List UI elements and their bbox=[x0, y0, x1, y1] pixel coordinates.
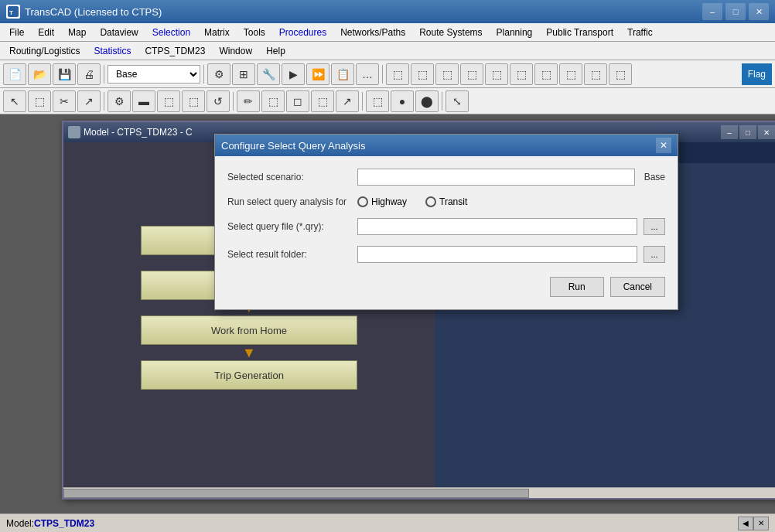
model-scrollbar[interactable] bbox=[63, 487, 775, 498]
menu-tools[interactable]: Tools bbox=[237, 26, 271, 39]
menu-planning[interactable]: Planning bbox=[490, 26, 539, 39]
toolbar-1: 📄 📂 💾 🖨 Base ⚙ ⊞ 🔧 ▶ ⏩ 📋 … ⬚ ⬚ ⬚ ⬚ ⬚ ⬚ ⬚… bbox=[0, 60, 775, 88]
tool2-btn-9[interactable]: ↺ bbox=[207, 90, 230, 112]
scenario-dropdown[interactable]: Base bbox=[108, 65, 200, 84]
run-button[interactable]: Run bbox=[550, 277, 604, 297]
tool2-btn-11[interactable]: ⬚ bbox=[261, 90, 285, 112]
tool-btn-3[interactable]: 🔧 bbox=[257, 63, 280, 85]
tool-btn-15[interactable]: ⬚ bbox=[609, 63, 632, 85]
tool-btn-9[interactable]: ⬚ bbox=[460, 63, 483, 85]
flag-button[interactable]: Flag bbox=[742, 63, 772, 85]
model-minimize[interactable]: – bbox=[721, 125, 738, 139]
query-file-input[interactable] bbox=[357, 218, 637, 235]
tool2-btn-12[interactable]: ◻ bbox=[286, 90, 309, 112]
svg-text:T: T bbox=[9, 9, 13, 16]
tool-btn-4[interactable]: 📋 bbox=[331, 63, 354, 85]
menu-map[interactable]: Map bbox=[62, 26, 92, 39]
tool2-btn-4[interactable]: ↗ bbox=[77, 90, 101, 112]
analysis-row: Run select query analysis for Highway Tr… bbox=[227, 196, 665, 207]
menu-dataview[interactable]: Dataview bbox=[94, 26, 144, 39]
model-controls: – □ ✕ bbox=[721, 125, 775, 139]
result-folder-label: Select result folder: bbox=[227, 249, 351, 260]
tool-btn-6[interactable]: ⬚ bbox=[386, 63, 409, 85]
separator-5 bbox=[233, 92, 234, 111]
model-label: Model: bbox=[6, 518, 34, 529]
dialog-buttons: Run Cancel bbox=[227, 274, 665, 297]
menu-help[interactable]: Help bbox=[260, 44, 292, 58]
open-button[interactable]: 📂 bbox=[28, 63, 51, 85]
menu-selection[interactable]: Selection bbox=[146, 26, 196, 39]
query-file-row: Select query file (*.qry): ... bbox=[227, 218, 665, 235]
tool2-btn-13[interactable]: ⬚ bbox=[311, 90, 334, 112]
new-button[interactable]: 📄 bbox=[3, 63, 26, 85]
tool-btn-2[interactable]: ⊞ bbox=[232, 63, 255, 85]
model-close[interactable]: ✕ bbox=[758, 125, 775, 139]
tool2-btn-3[interactable]: ✂ bbox=[53, 90, 76, 112]
flow-node-wfh[interactable]: Work from Home bbox=[141, 315, 357, 345]
tool2-btn-14[interactable]: ↗ bbox=[336, 90, 359, 112]
separator-4 bbox=[104, 92, 104, 111]
maximize-button[interactable]: □ bbox=[725, 3, 746, 20]
model-value: CTPS_TDM23 bbox=[34, 518, 94, 529]
nav-forward-button[interactable]: ✕ bbox=[753, 517, 769, 530]
result-folder-input[interactable] bbox=[357, 246, 637, 263]
menu-ctps[interactable]: CTPS_TDM23 bbox=[138, 44, 211, 58]
menu-routing[interactable]: Routing/Logistics bbox=[3, 44, 86, 58]
tool-btn-13[interactable]: ⬚ bbox=[559, 63, 582, 85]
tool2-btn-6[interactable]: ▬ bbox=[132, 90, 155, 112]
tool2-btn-15[interactable]: ⬚ bbox=[366, 90, 389, 112]
menu-procedures[interactable]: Procedures bbox=[273, 26, 333, 39]
fast-forward-button[interactable]: ⏩ bbox=[306, 63, 329, 85]
tool2-btn-16[interactable]: ● bbox=[391, 90, 414, 112]
transit-radio[interactable]: Transit bbox=[425, 196, 467, 207]
menu-networks[interactable]: Networks/Paths bbox=[334, 26, 411, 39]
menu-window[interactable]: Window bbox=[213, 44, 258, 58]
tool-btn-14[interactable]: ⬚ bbox=[584, 63, 607, 85]
scenario-row: Selected scenario: Base bbox=[227, 169, 665, 186]
menu-file[interactable]: File bbox=[3, 26, 30, 39]
radio-group: Highway Transit bbox=[357, 196, 467, 207]
tool2-btn-8[interactable]: ⬚ bbox=[182, 90, 205, 112]
tool-btn-5[interactable]: … bbox=[356, 63, 379, 85]
tool2-btn-10[interactable]: ✏ bbox=[237, 90, 260, 112]
cancel-button[interactable]: Cancel bbox=[610, 277, 665, 297]
folder-browse-button[interactable]: ... bbox=[644, 246, 665, 263]
tool2-btn-1[interactable]: ↖ bbox=[3, 90, 26, 112]
print-button[interactable]: 🖨 bbox=[77, 63, 101, 85]
menu-route-systems[interactable]: Route Systems bbox=[413, 26, 488, 39]
tool2-btn-2[interactable]: ⬚ bbox=[28, 90, 51, 112]
minimize-button[interactable]: – bbox=[702, 3, 722, 20]
transit-radio-circle[interactable] bbox=[425, 196, 436, 207]
query-browse-button[interactable]: ... bbox=[644, 218, 665, 235]
scroll-thumb[interactable] bbox=[63, 489, 529, 498]
tool2-btn-18[interactable]: ⤡ bbox=[446, 90, 469, 112]
menu-matrix[interactable]: Matrix bbox=[198, 26, 236, 39]
close-button[interactable]: ✕ bbox=[749, 3, 769, 20]
save-button[interactable]: 💾 bbox=[53, 63, 76, 85]
tool2-btn-5[interactable]: ⚙ bbox=[108, 90, 131, 112]
menu-statistics[interactable]: Statistics bbox=[87, 44, 137, 58]
model-window: Model - CTPS_TDM23 - C – □ ✕ BOSTON REGI… bbox=[62, 121, 775, 500]
menu-public-transport[interactable]: Public Transport bbox=[540, 26, 620, 39]
tool-btn-8[interactable]: ⬚ bbox=[435, 63, 459, 85]
result-folder-row: Select result folder: ... bbox=[227, 246, 665, 263]
menu-traffic[interactable]: Traffic bbox=[621, 26, 659, 39]
nav-back-button[interactable]: ◀ bbox=[738, 517, 753, 530]
flow-node-trip-gen[interactable]: Trip Generation bbox=[141, 360, 357, 390]
tool-btn-7[interactable]: ⬚ bbox=[411, 63, 434, 85]
menu-edit[interactable]: Edit bbox=[32, 26, 60, 39]
highway-radio[interactable]: Highway bbox=[357, 196, 407, 207]
tool-btn-10[interactable]: ⬚ bbox=[485, 63, 508, 85]
model-maximize[interactable]: □ bbox=[739, 125, 756, 139]
scenario-input[interactable] bbox=[357, 169, 635, 186]
tool2-btn-7[interactable]: ⬚ bbox=[157, 90, 180, 112]
separator-3 bbox=[382, 65, 383, 84]
tool-btn-11[interactable]: ⬚ bbox=[510, 63, 533, 85]
highway-radio-circle[interactable] bbox=[357, 196, 368, 207]
menu-bar-2: Routing/Logistics Statistics CTPS_TDM23 … bbox=[0, 42, 775, 60]
tool2-btn-17[interactable]: ⬤ bbox=[415, 90, 439, 112]
tool-btn-1[interactable]: ⚙ bbox=[207, 63, 230, 85]
play-button[interactable]: ▶ bbox=[282, 63, 305, 85]
tool-btn-12[interactable]: ⬚ bbox=[534, 63, 558, 85]
dialog-close-button[interactable]: ✕ bbox=[656, 138, 671, 153]
